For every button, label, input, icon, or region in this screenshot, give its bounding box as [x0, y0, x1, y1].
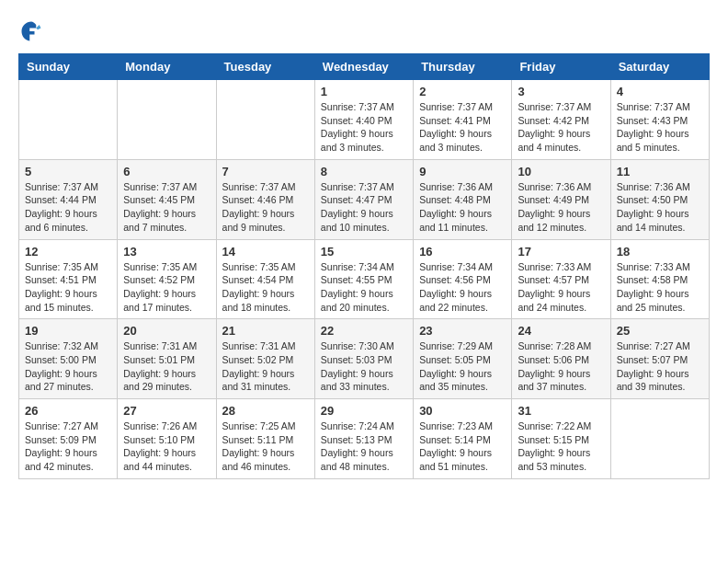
day-info: Sunrise: 7:23 AM Sunset: 5:14 PM Dayligh… [419, 419, 506, 474]
day-info: Sunrise: 7:27 AM Sunset: 5:09 PM Dayligh… [25, 419, 111, 474]
day-header-monday: Monday [118, 54, 216, 80]
day-cell: 17Sunrise: 7:33 AM Sunset: 4:57 PM Dayli… [512, 239, 610, 319]
day-info: Sunrise: 7:35 AM Sunset: 4:52 PM Dayligh… [123, 260, 210, 315]
day-cell: 2Sunrise: 7:37 AM Sunset: 4:41 PM Daylig… [414, 80, 512, 160]
day-cell: 3Sunrise: 7:37 AM Sunset: 4:42 PM Daylig… [512, 80, 610, 160]
day-number: 5 [25, 165, 111, 178]
day-header-friday: Friday [512, 54, 610, 80]
day-number: 30 [419, 404, 506, 418]
day-info: Sunrise: 7:37 AM Sunset: 4:42 PM Dayligh… [518, 100, 604, 155]
day-number: 2 [419, 85, 506, 98]
day-cell: 29Sunrise: 7:24 AM Sunset: 5:13 PM Dayli… [314, 399, 413, 479]
day-cell: 8Sunrise: 7:37 AM Sunset: 4:47 PM Daylig… [314, 159, 413, 239]
day-cell: 4Sunrise: 7:37 AM Sunset: 4:43 PM Daylig… [610, 80, 709, 160]
day-number: 4 [617, 85, 703, 98]
day-info: Sunrise: 7:37 AM Sunset: 4:45 PM Dayligh… [123, 180, 210, 235]
day-info: Sunrise: 7:37 AM Sunset: 4:40 PM Dayligh… [321, 100, 407, 155]
day-number: 9 [419, 165, 506, 178]
day-cell: 15Sunrise: 7:34 AM Sunset: 4:55 PM Dayli… [314, 239, 413, 319]
day-header-sunday: Sunday [19, 54, 118, 80]
day-info: Sunrise: 7:27 AM Sunset: 5:07 PM Dayligh… [617, 339, 703, 394]
day-cell: 31Sunrise: 7:22 AM Sunset: 5:15 PM Dayli… [512, 399, 610, 479]
day-info: Sunrise: 7:36 AM Sunset: 4:48 PM Dayligh… [419, 180, 506, 235]
day-number: 14 [222, 245, 309, 259]
week-row-1: 5Sunrise: 7:37 AM Sunset: 4:44 PM Daylig… [19, 159, 710, 239]
day-number: 15 [321, 245, 407, 259]
day-cell [216, 80, 314, 160]
day-info: Sunrise: 7:36 AM Sunset: 4:49 PM Dayligh… [518, 180, 604, 235]
header-row: SundayMondayTuesdayWednesdayThursdayFrid… [19, 54, 710, 80]
day-info: Sunrise: 7:25 AM Sunset: 5:11 PM Dayligh… [222, 419, 309, 474]
day-info: Sunrise: 7:33 AM Sunset: 4:57 PM Dayligh… [518, 260, 604, 315]
calendar-body: 1Sunrise: 7:37 AM Sunset: 4:40 PM Daylig… [19, 80, 710, 479]
day-info: Sunrise: 7:31 AM Sunset: 5:01 PM Dayligh… [123, 339, 210, 394]
day-header-wednesday: Wednesday [314, 54, 413, 80]
day-info: Sunrise: 7:29 AM Sunset: 5:05 PM Dayligh… [419, 339, 506, 394]
day-cell: 22Sunrise: 7:30 AM Sunset: 5:03 PM Dayli… [314, 319, 413, 399]
day-info: Sunrise: 7:37 AM Sunset: 4:44 PM Dayligh… [25, 180, 111, 235]
day-cell: 6Sunrise: 7:37 AM Sunset: 4:45 PM Daylig… [118, 159, 216, 239]
day-number: 11 [617, 165, 703, 178]
day-info: Sunrise: 7:35 AM Sunset: 4:51 PM Dayligh… [25, 260, 111, 315]
day-header-thursday: Thursday [414, 54, 512, 80]
day-info: Sunrise: 7:37 AM Sunset: 4:43 PM Dayligh… [617, 100, 703, 155]
day-info: Sunrise: 7:28 AM Sunset: 5:06 PM Dayligh… [518, 339, 604, 394]
day-info: Sunrise: 7:37 AM Sunset: 4:47 PM Dayligh… [321, 180, 407, 235]
day-cell: 14Sunrise: 7:35 AM Sunset: 4:54 PM Dayli… [216, 239, 314, 319]
day-cell: 26Sunrise: 7:27 AM Sunset: 5:09 PM Dayli… [19, 399, 118, 479]
day-cell: 16Sunrise: 7:34 AM Sunset: 4:56 PM Dayli… [414, 239, 512, 319]
day-cell: 13Sunrise: 7:35 AM Sunset: 4:52 PM Dayli… [118, 239, 216, 319]
logo-icon [18, 18, 44, 44]
day-cell: 27Sunrise: 7:26 AM Sunset: 5:10 PM Dayli… [118, 399, 216, 479]
day-info: Sunrise: 7:37 AM Sunset: 4:41 PM Dayligh… [419, 100, 506, 155]
day-info: Sunrise: 7:30 AM Sunset: 5:03 PM Dayligh… [321, 339, 407, 394]
day-info: Sunrise: 7:32 AM Sunset: 5:00 PM Dayligh… [25, 339, 111, 394]
day-info: Sunrise: 7:34 AM Sunset: 4:56 PM Dayligh… [419, 260, 506, 315]
day-cell [19, 80, 118, 160]
header [18, 18, 710, 44]
day-number: 3 [518, 85, 604, 98]
day-number: 12 [25, 245, 111, 259]
day-number: 18 [617, 245, 703, 259]
day-info: Sunrise: 7:33 AM Sunset: 4:58 PM Dayligh… [617, 260, 703, 315]
day-number: 24 [518, 324, 604, 338]
day-cell: 5Sunrise: 7:37 AM Sunset: 4:44 PM Daylig… [19, 159, 118, 239]
day-cell: 1Sunrise: 7:37 AM Sunset: 4:40 PM Daylig… [314, 80, 413, 160]
week-row-0: 1Sunrise: 7:37 AM Sunset: 4:40 PM Daylig… [19, 80, 710, 160]
day-number: 27 [123, 404, 210, 418]
day-info: Sunrise: 7:34 AM Sunset: 4:55 PM Dayligh… [321, 260, 407, 315]
day-number: 26 [25, 404, 111, 418]
day-info: Sunrise: 7:24 AM Sunset: 5:13 PM Dayligh… [321, 419, 407, 474]
day-cell [118, 80, 216, 160]
day-number: 29 [321, 404, 407, 418]
day-info: Sunrise: 7:37 AM Sunset: 4:46 PM Dayligh… [222, 180, 309, 235]
day-cell: 20Sunrise: 7:31 AM Sunset: 5:01 PM Dayli… [118, 319, 216, 399]
week-row-2: 12Sunrise: 7:35 AM Sunset: 4:51 PM Dayli… [19, 239, 710, 319]
day-cell: 23Sunrise: 7:29 AM Sunset: 5:05 PM Dayli… [414, 319, 512, 399]
day-number: 10 [518, 165, 604, 178]
day-cell: 18Sunrise: 7:33 AM Sunset: 4:58 PM Dayli… [610, 239, 709, 319]
day-cell: 21Sunrise: 7:31 AM Sunset: 5:02 PM Dayli… [216, 319, 314, 399]
day-cell: 12Sunrise: 7:35 AM Sunset: 4:51 PM Dayli… [19, 239, 118, 319]
calendar-header: SundayMondayTuesdayWednesdayThursdayFrid… [19, 54, 710, 80]
day-number: 16 [419, 245, 506, 259]
day-cell: 19Sunrise: 7:32 AM Sunset: 5:00 PM Dayli… [19, 319, 118, 399]
day-cell: 28Sunrise: 7:25 AM Sunset: 5:11 PM Dayli… [216, 399, 314, 479]
day-cell: 11Sunrise: 7:36 AM Sunset: 4:50 PM Dayli… [610, 159, 709, 239]
day-info: Sunrise: 7:35 AM Sunset: 4:54 PM Dayligh… [222, 260, 309, 315]
day-number: 7 [222, 165, 309, 178]
day-number: 28 [222, 404, 309, 418]
day-number: 19 [25, 324, 111, 338]
day-info: Sunrise: 7:36 AM Sunset: 4:50 PM Dayligh… [617, 180, 703, 235]
day-header-tuesday: Tuesday [216, 54, 314, 80]
day-number: 1 [321, 85, 407, 98]
day-number: 20 [123, 324, 210, 338]
day-cell: 24Sunrise: 7:28 AM Sunset: 5:06 PM Dayli… [512, 319, 610, 399]
calendar: SundayMondayTuesdayWednesdayThursdayFrid… [18, 53, 710, 479]
day-number: 17 [518, 245, 604, 259]
day-number: 25 [617, 324, 703, 338]
day-number: 22 [321, 324, 407, 338]
day-number: 23 [419, 324, 506, 338]
day-header-saturday: Saturday [610, 54, 709, 80]
day-number: 31 [518, 404, 604, 418]
